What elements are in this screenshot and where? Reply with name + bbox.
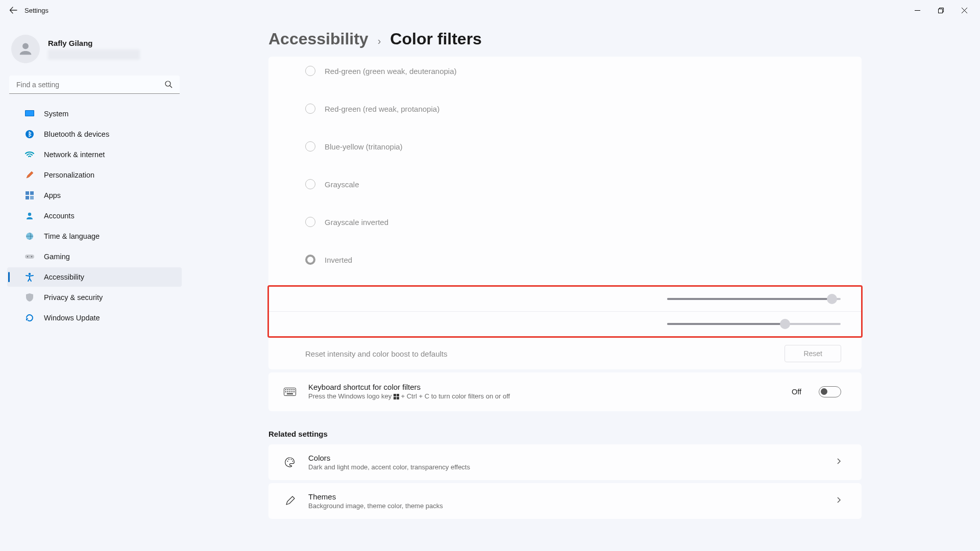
nav-list: System Bluetooth & devices Network & int…	[0, 104, 189, 328]
related-colors-panel: Colors Dark and light mode, accent color…	[268, 444, 862, 480]
slider-thumb-icon	[827, 294, 837, 304]
shortcut-toggle[interactable]	[819, 386, 841, 397]
radio-tritanopia[interactable]: Blue-yellow (tritanopia)	[268, 132, 862, 170]
svg-rect-21	[293, 389, 295, 390]
svg-rect-18	[287, 389, 288, 390]
wifi-icon	[24, 149, 35, 160]
search-box	[9, 76, 180, 94]
keyboard-icon	[283, 388, 297, 396]
svg-point-2	[165, 81, 170, 86]
radio-label: Grayscale	[325, 180, 359, 189]
svg-rect-17	[285, 389, 286, 390]
sidebar-item-system[interactable]: System	[7, 104, 182, 123]
sidebar-item-label: Privacy & security	[44, 293, 103, 302]
radio-grayscale-inverted[interactable]: Grayscale inverted	[268, 208, 862, 245]
pen-icon	[283, 495, 297, 507]
sidebar-item-label: Windows Update	[44, 314, 100, 322]
svg-rect-20	[291, 389, 292, 390]
svg-rect-27	[287, 393, 293, 394]
page-title: Color filters	[390, 30, 482, 48]
highlighted-region	[267, 285, 863, 338]
radio-deuteranopia[interactable]: Red-green (green weak, deuteranopia)	[268, 57, 862, 94]
svg-point-34	[291, 459, 292, 460]
sidebar-item-privacy[interactable]: Privacy & security	[7, 288, 182, 307]
user-email-blurred	[48, 49, 140, 60]
svg-point-13	[27, 256, 28, 257]
chevron-right-icon	[837, 458, 841, 467]
related-themes[interactable]: Themes Background image, theme color, th…	[268, 483, 862, 519]
shortcut-desc: Press the Windows logo key + Ctrl + C to…	[308, 392, 780, 401]
radio-circle-icon	[305, 104, 315, 114]
search-icon	[164, 80, 173, 90]
sidebar-item-network[interactable]: Network & internet	[7, 145, 182, 164]
sidebar-item-apps[interactable]: Apps	[7, 186, 182, 205]
related-colors[interactable]: Colors Dark and light mode, accent color…	[268, 444, 862, 480]
user-block[interactable]: Rafly Gilang	[0, 26, 189, 70]
back-button[interactable]	[4, 1, 22, 19]
svg-rect-24	[289, 391, 290, 392]
svg-rect-19	[289, 389, 290, 390]
sidebar-item-label: System	[44, 110, 68, 118]
svg-point-33	[288, 459, 289, 460]
sidebar-item-time[interactable]: Time & language	[7, 227, 182, 246]
svg-rect-25	[291, 391, 292, 392]
sidebar-item-personalization[interactable]: Personalization	[7, 165, 182, 185]
maximize-button[interactable]	[929, 2, 952, 18]
color-boost-slider[interactable]	[667, 323, 841, 325]
minimize-button[interactable]	[905, 2, 929, 18]
breadcrumb-parent[interactable]: Accessibility	[268, 30, 369, 48]
radio-inverted[interactable]: Inverted	[268, 245, 862, 283]
search-input[interactable]	[9, 76, 180, 94]
color-boost-slider-row	[269, 311, 861, 336]
update-icon	[24, 313, 35, 323]
shortcut-title: Keyboard shortcut for color filters	[308, 383, 780, 391]
sidebar-item-accessibility[interactable]: Accessibility	[7, 267, 182, 287]
window-controls	[905, 2, 976, 18]
sidebar-item-update[interactable]: Windows Update	[7, 308, 182, 328]
related-title: Themes	[308, 492, 825, 501]
reset-label: Reset intensity and color boost to defau…	[305, 349, 448, 358]
minimize-icon	[915, 8, 920, 13]
palette-icon	[283, 457, 297, 468]
radio-label: Red-green (red weak, protanopia)	[325, 105, 439, 113]
sidebar-item-bluetooth[interactable]: Bluetooth & devices	[7, 124, 182, 144]
radio-circle-icon	[305, 217, 315, 227]
brush-icon	[24, 170, 35, 180]
arrow-left-icon	[9, 6, 17, 14]
sidebar: Rafly Gilang System Bluetooth & devices …	[0, 20, 189, 551]
radio-circle-icon	[305, 66, 315, 76]
chevron-right-icon: ›	[378, 35, 381, 47]
filter-radio-group: Red-green (green weak, deuteranopia) Red…	[268, 57, 862, 286]
gaming-icon	[24, 252, 35, 262]
radio-label: Blue-yellow (tritanopia)	[325, 142, 403, 151]
radio-circle-icon	[305, 141, 315, 152]
apps-icon	[24, 190, 35, 201]
radio-circle-icon	[305, 179, 315, 189]
close-icon	[962, 8, 967, 13]
intensity-slider[interactable]	[667, 298, 841, 300]
breadcrumb: Accessibility › Color filters	[268, 30, 964, 48]
svg-rect-7	[30, 191, 34, 195]
sidebar-item-label: Apps	[44, 191, 61, 199]
close-button[interactable]	[952, 2, 976, 18]
sidebar-item-gaming[interactable]: Gaming	[7, 247, 182, 266]
radio-grayscale[interactable]: Grayscale	[268, 170, 862, 208]
shortcut-text: Keyboard shortcut for color filters Pres…	[308, 383, 780, 401]
sidebar-item-label: Accounts	[44, 212, 75, 220]
chevron-right-icon	[837, 496, 841, 506]
avatar	[11, 35, 40, 63]
svg-rect-0	[938, 9, 942, 13]
svg-rect-6	[26, 191, 29, 195]
reset-row: Reset intensity and color boost to defau…	[268, 338, 862, 369]
system-icon	[24, 109, 35, 119]
svg-rect-28	[394, 394, 396, 396]
reset-button[interactable]: Reset	[785, 345, 841, 362]
related-title: Colors	[308, 454, 825, 462]
sidebar-item-accounts[interactable]: Accounts	[7, 206, 182, 226]
related-heading: Related settings	[268, 430, 964, 438]
radio-protanopia[interactable]: Red-green (red weak, protanopia)	[268, 94, 862, 132]
svg-point-15	[29, 273, 31, 275]
sidebar-item-label: Bluetooth & devices	[44, 130, 109, 138]
svg-point-1	[22, 43, 29, 49]
toggle-state-label: Off	[792, 388, 801, 396]
